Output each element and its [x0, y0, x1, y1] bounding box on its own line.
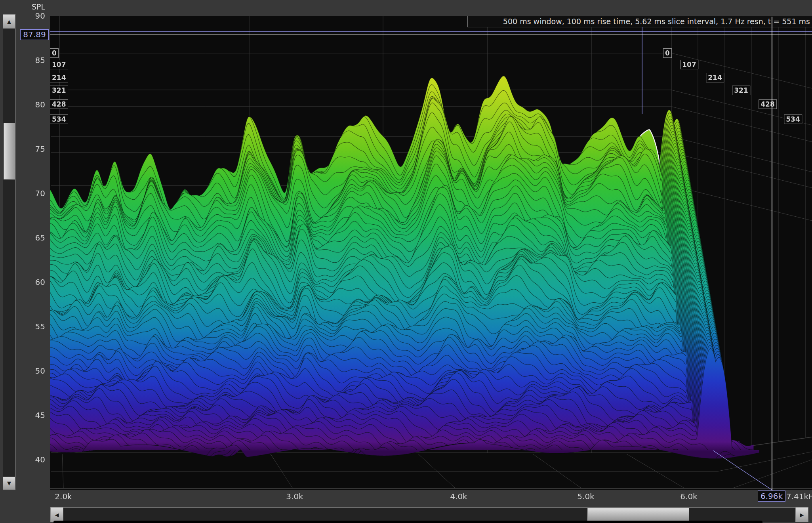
arrow-left-icon: ◀ [55, 512, 59, 518]
time-slice-label-right: 321 [732, 86, 750, 95]
waterfall-canvas[interactable] [0, 0, 812, 523]
time-slice-label-right: 0 [663, 48, 672, 58]
time-slice-label-left: 428 [50, 99, 68, 109]
vertical-scrollbar-track[interactable] [3, 28, 15, 477]
spl-cursor-readout: 87.89 [20, 29, 49, 40]
y-tick-label: 55 [14, 322, 45, 331]
time-slice-label-right: 428 [759, 99, 777, 109]
measurement-settings-banner: 500 ms window, 100 ms rise time, 5.62 ms… [467, 16, 812, 27]
scroll-up-button[interactable]: ▲ [3, 14, 15, 29]
x-tick-label: 5.0k [577, 492, 594, 501]
app-window: SPL 9085807570656055504540 2.0k3.0k4.0k5… [0, 0, 812, 523]
y-tick-label: 40 [14, 455, 45, 464]
y-tick-label: 85 [14, 55, 45, 65]
x-tick-label: 2.0k [55, 492, 72, 501]
scroll-left-button[interactable]: ◀ [50, 507, 63, 522]
time-slice-label-right: 214 [706, 73, 724, 82]
bottom-panel-edge [53, 521, 762, 523]
arrow-down-icon: ▼ [7, 480, 11, 486]
y-tick-label: 65 [14, 233, 45, 242]
arrow-right-icon: ▶ [800, 512, 804, 518]
frequency-cursor-line [772, 17, 772, 491]
y-tick-label: 60 [14, 277, 45, 287]
y-tick-label: 75 [14, 144, 45, 154]
x-axis-end-label: 7.41kHz [786, 492, 812, 501]
y-tick-label: 45 [14, 410, 45, 420]
y-tick-label: 70 [14, 189, 45, 198]
time-slice-label-left: 214 [50, 73, 68, 82]
freq-cursor-readout: 6.96k [758, 491, 785, 502]
vertical-scrollbar-thumb[interactable] [4, 123, 15, 179]
time-slice-label-right: 107 [680, 60, 698, 69]
y-tick-label: 50 [14, 366, 45, 376]
time-slice-label-right: 534 [784, 115, 802, 124]
y-tick-label: 80 [14, 100, 45, 109]
arrow-up-icon: ▲ [7, 19, 11, 25]
time-slice-label-left: 321 [50, 86, 68, 95]
time-slice-label-left: 107 [50, 60, 68, 69]
horizontal-scrollbar-thumb[interactable] [587, 508, 689, 522]
horizontal-scrollbar-track[interactable] [50, 507, 808, 522]
x-tick-label: 4.0k [450, 492, 467, 501]
time-slice-label-left: 534 [50, 115, 68, 124]
y-axis-title: SPL [14, 2, 45, 11]
x-tick-label: 3.0k [286, 492, 303, 501]
time-slice-label-left: 0 [50, 48, 59, 58]
scroll-down-button[interactable]: ▼ [3, 477, 15, 490]
y-tick-label: 90 [14, 11, 45, 21]
x-tick-label: 6.0k [680, 492, 697, 501]
scroll-right-button[interactable]: ▶ [795, 507, 808, 522]
